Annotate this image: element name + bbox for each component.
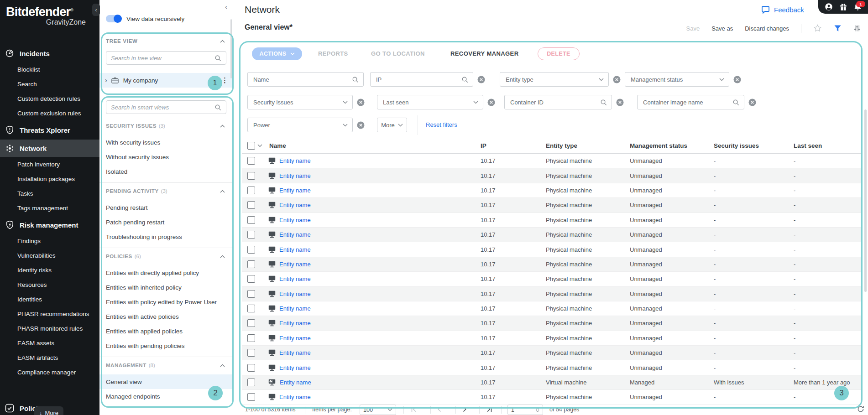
- sidebar-item-resources[interactable]: Resources: [0, 277, 99, 292]
- sidebar-item-network[interactable]: Network: [0, 140, 99, 157]
- sidebar-item-risk-management[interactable]: Risk management: [0, 216, 99, 233]
- clear-filter-icon[interactable]: [357, 121, 365, 129]
- sidebar-item-tasks[interactable]: Tasks: [0, 186, 99, 201]
- previous-page-button[interactable]: [437, 406, 442, 412]
- entity-name-link[interactable]: Entity name: [279, 394, 311, 400]
- row-checkbox[interactable]: [247, 349, 255, 357]
- reset-filters-link[interactable]: Reset filters: [426, 121, 457, 128]
- smart-view-item-entities-with-pending-policies[interactable]: Entities with pending policies: [99, 338, 233, 353]
- entity-name-link[interactable]: Entity name: [279, 275, 311, 282]
- clear-filter-icon[interactable]: [616, 99, 624, 106]
- clear-filter-icon[interactable]: [487, 99, 495, 106]
- discard-changes-button[interactable]: Discard changes: [745, 25, 789, 32]
- recovery-manager-button[interactable]: RECOVERY MANAGER: [450, 50, 518, 57]
- row-checkbox[interactable]: [247, 334, 255, 342]
- sidebar-item-threats-xplorer[interactable]: Threats Xplorer: [0, 121, 99, 139]
- row-checkbox[interactable]: [247, 172, 255, 180]
- user-account-icon[interactable]: [825, 3, 833, 11]
- smart-view-item-patch-pending-restart[interactable]: Patch pending restart: [99, 215, 233, 229]
- sidebar-item-phasr-recommendations[interactable]: PHASR recommendations: [0, 306, 99, 321]
- panel-scrollbar[interactable]: [230, 19, 232, 78]
- smart-view-item-entities-with-policy-edited-by-power-user[interactable]: Entities with policy edited by Power Use…: [99, 295, 233, 309]
- chevron-up-icon[interactable]: [220, 364, 225, 367]
- column-header-name[interactable]: Name: [266, 142, 476, 149]
- sidebar-item-custom-exclusion-rules[interactable]: Custom exclusion rules: [0, 106, 99, 120]
- entity-name-link[interactable]: Entity name: [279, 349, 311, 356]
- refresh-icon[interactable]: [857, 405, 864, 413]
- entity-name-link[interactable]: Entity name: [279, 187, 311, 194]
- sidebar-item-tags-management[interactable]: Tags management: [0, 201, 99, 215]
- panel-collapse-icon[interactable]: ‹: [225, 3, 227, 10]
- sidebar-item-blocklist[interactable]: Blocklist: [0, 62, 99, 77]
- sidebar-item-identity-risks[interactable]: Identity risks: [0, 263, 99, 277]
- delete-button[interactable]: DELETE: [538, 47, 580, 60]
- actions-button[interactable]: ACTIONS: [252, 47, 302, 60]
- page-number-input[interactable]: 1: [507, 405, 543, 415]
- sidebar-item-phasr-monitored-rules[interactable]: PHASR monitored rules: [0, 321, 99, 336]
- spinner-arrows-icon[interactable]: [536, 408, 539, 412]
- sidebar-item-findings[interactable]: Findings: [0, 233, 99, 248]
- row-checkbox[interactable]: [247, 187, 255, 194]
- smart-view-item-without-security-issues[interactable]: Without security issues: [99, 150, 233, 164]
- sidebar-item-compliance-manager[interactable]: Compliance manager: [0, 365, 99, 379]
- tree-node-my-company[interactable]: › My company ⋮: [99, 73, 233, 88]
- row-checkbox[interactable]: [247, 305, 255, 312]
- sidebar-item-incidents[interactable]: Incidents: [0, 45, 99, 62]
- sidebar-collapse-button[interactable]: ‹: [92, 4, 100, 16]
- filter-funnel-icon[interactable]: [834, 25, 842, 32]
- filter-field-container-image-name[interactable]: Container image name: [637, 95, 744, 109]
- row-checkbox[interactable]: [247, 231, 255, 239]
- sidebar-more-button[interactable]: ↓More: [34, 406, 63, 415]
- smart-view-item-managed-endpoints[interactable]: Managed endpoints: [99, 389, 233, 404]
- filter-field-last-seen[interactable]: Last seen: [377, 95, 483, 109]
- select-all-checkbox[interactable]: [247, 142, 255, 150]
- row-checkbox[interactable]: [247, 246, 255, 254]
- entity-name-link[interactable]: Entity name: [279, 335, 311, 342]
- column-header-management-status[interactable]: Management status: [625, 142, 709, 149]
- filter-field-security-issues[interactable]: Security issues: [247, 95, 353, 109]
- sidebar-item-installation-packages[interactable]: Installation packages: [0, 171, 99, 186]
- filter-field-entity-type[interactable]: Entity type: [500, 72, 609, 87]
- entity-name-link[interactable]: Entity name: [279, 172, 311, 179]
- entity-name-link[interactable]: Entity name: [279, 246, 311, 253]
- gift-icon[interactable]: [840, 3, 847, 11]
- entity-name-link[interactable]: Entity name: [279, 261, 311, 268]
- go-to-location-button[interactable]: GO TO LOCATION: [371, 50, 425, 57]
- entity-name-link[interactable]: Entity name: [280, 379, 311, 386]
- table-scrollbar[interactable]: [864, 109, 867, 292]
- row-checkbox[interactable]: [247, 364, 255, 372]
- reports-button[interactable]: REPORTS: [318, 50, 348, 57]
- clear-filter-icon[interactable]: [613, 76, 621, 83]
- entity-name-link[interactable]: Entity name: [279, 290, 311, 297]
- smart-view-item-general-view[interactable]: General view: [99, 374, 233, 389]
- sidebar-item-easm-assets[interactable]: EASM assets: [0, 336, 99, 350]
- entity-name-link[interactable]: Entity name: [279, 320, 311, 327]
- more-filters-button[interactable]: More: [377, 118, 407, 132]
- filter-field-container-id[interactable]: Container ID: [504, 95, 612, 109]
- entity-name-link[interactable]: Entity name: [279, 202, 311, 208]
- sidebar-item-easm-artifacts[interactable]: EASM artifacts: [0, 350, 99, 365]
- clear-filter-icon[interactable]: [357, 99, 365, 106]
- next-page-button[interactable]: [462, 406, 467, 412]
- row-checkbox[interactable]: [247, 290, 255, 298]
- row-checkbox[interactable]: [247, 260, 255, 268]
- tree-search-input[interactable]: Search in tree view: [106, 51, 226, 65]
- smart-view-item-entities-with-directly-applied-policy[interactable]: Entities with directly applied policy: [99, 265, 233, 280]
- smart-view-item-entities-with-inherited-policy[interactable]: Entities with inherited policy: [99, 280, 233, 295]
- filter-field-ip[interactable]: IP: [370, 72, 473, 87]
- entity-name-link[interactable]: Entity name: [279, 305, 311, 312]
- row-checkbox[interactable]: [247, 157, 255, 165]
- kebab-menu-icon[interactable]: ⋮: [221, 76, 228, 84]
- entity-name-link[interactable]: Entity name: [279, 231, 311, 238]
- chevron-up-icon[interactable]: [220, 124, 225, 128]
- column-header-ip[interactable]: IP: [476, 142, 541, 149]
- smart-view-item-pending-restart[interactable]: Pending restart: [99, 200, 233, 215]
- chevron-up-icon[interactable]: [220, 190, 225, 193]
- row-checkbox[interactable]: [247, 319, 255, 327]
- sidebar-item-identities[interactable]: Identities: [0, 292, 99, 306]
- last-page-button[interactable]: [486, 406, 492, 412]
- clear-filter-icon[interactable]: [477, 76, 485, 83]
- sidebar-item-custom-detection-rules[interactable]: Custom detection rules: [0, 91, 99, 106]
- entity-name-link[interactable]: Entity name: [279, 157, 311, 164]
- sidebar-item-patch-inventory[interactable]: Patch inventory: [0, 157, 99, 171]
